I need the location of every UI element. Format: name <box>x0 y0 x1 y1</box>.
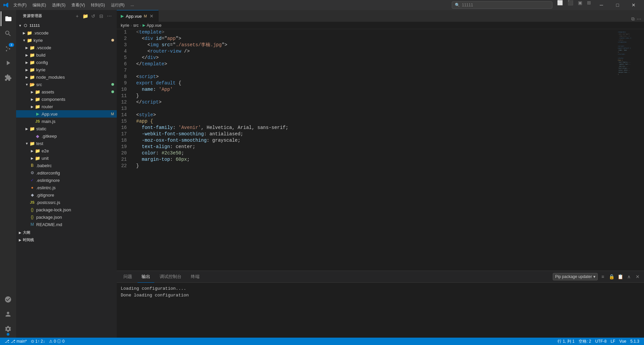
panel-close-icon[interactable]: ✕ <box>634 273 641 280</box>
sidebar-label-editorconfig: .editorconfig <box>36 170 114 176</box>
menu-more[interactable]: ... <box>128 2 137 9</box>
tab-close-app-vue[interactable]: ✕ <box>149 13 154 19</box>
sidebar-item-test[interactable]: ▼ 📁 test <box>16 140 117 147</box>
activity-settings[interactable] <box>1 322 15 336</box>
sidebar-item-build[interactable]: ▶ 📁 build <box>16 51 117 59</box>
activity-run[interactable] <box>1 56 15 70</box>
activity-source-control[interactable]: 3 <box>1 41 15 56</box>
sidebar-item-gitkeep[interactable]: ◆ .gitkeep <box>16 132 117 140</box>
minimap: <template> <div id="app"> <img src=...> … <box>617 29 644 271</box>
code-line-14: <style> <box>136 112 617 118</box>
new-file-button[interactable]: + <box>74 13 80 19</box>
version-label: 5.1.3 <box>630 339 639 344</box>
panel-tab-problems[interactable]: 问题 <box>119 271 136 283</box>
sidebar-item-kyrie-sub[interactable]: ▶ 📁 kyrie <box>16 66 117 73</box>
sidebar-item-readme[interactable]: M README.md <box>16 221 117 228</box>
split-editor-icon[interactable]: ⧉ <box>631 16 635 22</box>
layout-icon-2[interactable]: ⬛ <box>566 0 575 10</box>
sidebar-item-app-vue[interactable]: ▶ App.vue M <box>16 110 117 118</box>
panel-lock-icon[interactable]: 🔒 <box>608 273 615 280</box>
status-indent[interactable]: 空格: 2 <box>577 338 593 345</box>
more-actions-button[interactable]: ⋯ <box>106 13 113 19</box>
status-cursor[interactable]: 行 1, 列 1 <box>555 338 577 345</box>
menu-file[interactable]: 文件(F) <box>11 2 29 9</box>
sidebar-item-package-lock[interactable]: {} package-lock.json <box>16 206 117 213</box>
panel-tab-output[interactable]: 输出 <box>138 271 154 283</box>
tab-app-vue[interactable]: ▶ App.vue M ✕ <box>117 10 159 22</box>
sidebar-item-assets[interactable]: ▶ 📁 assets <box>16 88 117 95</box>
activity-account[interactable] <box>1 307 15 322</box>
layout-icon-3[interactable]: ▣ <box>576 0 584 10</box>
refresh-button[interactable]: ↺ <box>90 13 97 19</box>
collapse-button[interactable]: ⊟ <box>98 13 105 19</box>
sidebar-item-postcssrc[interactable]: JS .postcssrc.js <box>16 199 117 206</box>
sidebar-label-kyrie: kyrie <box>34 38 110 43</box>
more-editor-icon[interactable]: ⋯ <box>637 16 641 22</box>
menu-view[interactable]: 查看(V) <box>69 2 88 9</box>
output-dropdown[interactable]: Pip package updater ▾ <box>553 273 598 280</box>
sidebar-item-src[interactable]: ▼ 📂 src <box>16 81 117 88</box>
activity-extensions[interactable] <box>1 70 15 85</box>
titlebar-menus: 文件(F) 编辑(E) 选择(S) 查看(V) 转到(G) 运行(R) ... <box>11 2 452 9</box>
unit-arrow: ▶ <box>30 156 35 160</box>
sidebar-item-router[interactable]: ▶ 📁 router <box>16 103 117 110</box>
status-sync[interactable]: ⊙ 1↑ 2↓ <box>29 338 47 345</box>
menu-run[interactable]: 运行(R) <box>108 2 127 9</box>
sidebar-item-outline[interactable]: ▶ 大纲 <box>16 229 117 236</box>
menu-select[interactable]: 选择(S) <box>49 2 68 9</box>
sidebar-item-kyrie[interactable]: ▼ 📁 kyrie <box>16 37 117 44</box>
close-button[interactable]: ✕ <box>626 0 641 10</box>
app-vue-modified: M <box>110 112 114 116</box>
status-problems[interactable]: ⚠ 0 ⓘ 0 <box>47 338 66 345</box>
panel-maximize-icon[interactable]: ∧ <box>625 273 633 280</box>
panel-filter-icon[interactable]: ≡ <box>599 273 606 280</box>
sidebar-item-editorconfig[interactable]: ⚙ .editorconfig <box>16 169 117 177</box>
output-dropdown-arrow: ▾ <box>593 274 595 279</box>
search-value: 11111 <box>462 3 473 7</box>
sidebar-item-timeline[interactable]: ▶ 时间线 <box>16 236 117 244</box>
sidebar-item-eslintrc[interactable]: ● .eslintrc.js <box>16 184 117 191</box>
code-line-13 <box>136 106 617 112</box>
sidebar-item-eslintignore[interactable]: ✓ .eslintignore <box>16 177 117 184</box>
activity-explorer[interactable] <box>1 11 15 26</box>
sidebar-item-static[interactable]: ▶ 📁 static <box>16 125 117 132</box>
breadcrumb-src[interactable]: src <box>133 23 139 28</box>
sidebar-item-kyrie-vscode[interactable]: ▶ 📁 .vscode <box>16 44 117 51</box>
sidebar-item-vscode[interactable]: ▶ 📁 .vscode <box>16 29 117 37</box>
new-folder-button[interactable]: 📁 <box>82 13 89 19</box>
sidebar-item-config[interactable]: ▶ 📁 config <box>16 59 117 66</box>
sidebar-label-src: src <box>36 82 110 87</box>
sidebar-item-unit[interactable]: ▶ 📁 unit <box>16 154 117 162</box>
svg-text:#app {: #app { <box>618 59 623 61</box>
tree-root[interactable]: ▼ ⬡ 11111 <box>16 22 117 29</box>
layout-icon-1[interactable]: ⬜ <box>555 0 565 10</box>
menu-edit[interactable]: 编辑(E) <box>30 2 49 9</box>
status-branch[interactable]: ⎇ ⎇ main* <box>3 338 29 345</box>
sidebar-item-node-modules[interactable]: ▶ 📁 node_modules <box>16 73 117 81</box>
panel-tab-debug[interactable]: 调试控制台 <box>156 271 185 283</box>
status-language[interactable]: Vue <box>617 338 628 345</box>
status-version[interactable]: 5.1.3 <box>628 338 641 345</box>
panel-tab-terminal[interactable]: 终端 <box>187 271 204 283</box>
activity-search[interactable] <box>1 26 15 41</box>
sidebar-item-e2e[interactable]: ▶ 📁 e2e <box>16 147 117 154</box>
code-content[interactable]: <template> <div id="app"> <img src="./as… <box>133 29 617 271</box>
activity-remote[interactable] <box>1 292 15 307</box>
layout-icon-4[interactable]: ⊞ <box>585 0 593 10</box>
breadcrumb-file[interactable]: App.vue <box>147 23 161 28</box>
sidebar-item-babelrc[interactable]: B .babelrc <box>16 162 117 169</box>
titlebar-search[interactable]: 🔍 11111 <box>452 1 552 9</box>
panel-copy-icon[interactable]: 📋 <box>616 273 624 280</box>
sidebar-item-package-json[interactable]: {} package.json <box>16 213 117 221</box>
panel-content[interactable]: Loading configuration.... Done loading c… <box>117 283 644 338</box>
minimize-button[interactable]: ─ <box>594 0 609 10</box>
status-line-ending[interactable]: LF <box>608 338 617 345</box>
status-encoding[interactable]: UTF-8 <box>593 338 608 345</box>
sidebar-item-main-js[interactable]: JS main.js <box>16 118 117 125</box>
code-editor[interactable]: 1 2 3 4 5 6 7 8 9 10 11 12 13 14 15 16 1 <box>117 29 644 271</box>
menu-go[interactable]: 转到(G) <box>88 2 107 9</box>
sidebar-item-components[interactable]: ▶ 📁 components <box>16 95 117 103</box>
breadcrumb-kyrie[interactable]: kyrie <box>121 23 129 28</box>
maximize-button[interactable]: □ <box>610 0 625 10</box>
sidebar-item-gitignore[interactable]: ◆ .gitignore <box>16 191 117 199</box>
